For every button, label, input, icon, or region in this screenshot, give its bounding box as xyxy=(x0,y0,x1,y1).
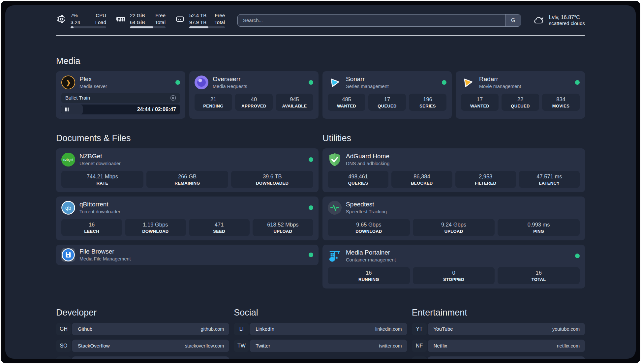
section-title-documents: Documents & Files xyxy=(56,133,319,143)
disk-label-2: Total xyxy=(212,19,225,26)
status-dot xyxy=(309,253,313,257)
service-subtitle: Container management xyxy=(346,257,396,262)
status-dot xyxy=(575,80,580,85)
disk-progress-bar xyxy=(189,26,225,28)
pause-button[interactable] xyxy=(65,107,69,111)
stat-download: 1.19 GbpsDOWNLOAD xyxy=(125,219,186,236)
service-subtitle: Speedtest Tracking xyxy=(346,209,387,214)
plex-now-playing: Bullet Train 24:44 / 02:06:47 xyxy=(61,93,180,114)
playback-time: 24:44 / 02:06:47 xyxy=(137,106,176,112)
stat-available: 945AVAILABLE xyxy=(276,94,313,111)
service-card-plex[interactable]: ❯ Plex Media server Bullet Train xyxy=(56,71,185,119)
ram-total: 64 GiB xyxy=(130,19,149,26)
documents-column: Documents & Files nzbget NZBGet U xyxy=(56,133,319,265)
service-subtitle: Media Requests xyxy=(213,84,247,89)
status-dot xyxy=(175,80,180,85)
weather-widget: Lviv, 16.87°C scattered clouds xyxy=(533,15,585,26)
radarr-icon xyxy=(461,76,475,89)
service-title: AdGuard Home xyxy=(346,153,389,160)
dashboard-panel: 7% 3.24 CPU Load xyxy=(5,5,636,359)
cpu-chip-icon xyxy=(56,14,67,24)
bookmark-linkedin[interactable]: LI LinkedIn linkedin.com xyxy=(234,323,407,335)
weather-condition: scattered clouds xyxy=(549,20,585,26)
service-card-speedtest[interactable]: Speedtest Speedtest Tracking 9.65 GbpsDO… xyxy=(322,197,585,240)
bookmark-dev[interactable]: DT DEV dev.to xyxy=(56,356,229,359)
bookmark-url: twitter.com xyxy=(379,343,402,349)
playback-progress-bar: 24:44 / 02:06:47 xyxy=(61,105,180,114)
status-dot xyxy=(309,157,313,162)
cpu-usage: 7% xyxy=(71,13,90,19)
section-title-utilities: Utilities xyxy=(322,133,585,143)
bookmark-url: github.com xyxy=(200,326,224,332)
disk-monitor: 52.4 TB 97.9 TB Free Total xyxy=(175,13,225,28)
bookmark-abbr: TW xyxy=(234,340,249,352)
stat-upload: 9.24 GbpsUPLOAD xyxy=(413,219,495,236)
service-card-nzbget[interactable]: nzbget NZBGet Usenet downloader 744.21 M… xyxy=(56,148,319,192)
plex-icon: ❯ xyxy=(61,76,75,89)
cpu-progress-bar xyxy=(71,26,106,28)
service-title: Media Portainer xyxy=(346,249,396,256)
search-engine-button[interactable]: G xyxy=(505,15,521,26)
ram-label-2: Total xyxy=(153,19,166,26)
service-subtitle: Movie management xyxy=(479,84,521,89)
bookmark-youtube[interactable]: YT YouTube youtube.com xyxy=(412,323,585,335)
topbar-divider xyxy=(56,35,585,36)
svg-text:qb: qb xyxy=(65,205,71,211)
service-title: File Browser xyxy=(79,248,131,255)
section-title-entertainment: Entertainment xyxy=(412,308,585,318)
stat-seed: 471SEED xyxy=(189,219,250,236)
portainer-icon xyxy=(328,249,342,263)
service-card-adguard[interactable]: AdGuard Home DNS and adblocking 498,461Q… xyxy=(322,148,585,192)
service-card-sonarr[interactable]: Sonarr Series management 485WANTED 17QUE… xyxy=(322,71,452,119)
section-title-media: Media xyxy=(56,56,585,66)
system-monitors: 7% 3.24 CPU Load xyxy=(56,13,225,28)
bookmark-url: youtube.com xyxy=(552,326,580,332)
bookmark-netflix[interactable]: NF Netflix netflix.com xyxy=(412,340,585,352)
service-card-radarr[interactable]: Radarr Movie management 17WANTED 22QUEUE… xyxy=(456,71,585,119)
ram-monitor: 22 GiB 64 GiB Free Total xyxy=(115,13,166,28)
disc-icon xyxy=(170,95,176,101)
bookmark-github[interactable]: GH Github github.com xyxy=(56,323,229,335)
bookmark-stackoverflow[interactable]: SO StackOverflow stackoverflow.com xyxy=(56,340,229,352)
bookmark-name: YouTube xyxy=(434,326,453,332)
ram-icon xyxy=(115,14,126,24)
bookmark-name: Github xyxy=(78,326,92,332)
service-subtitle: DNS and adblocking xyxy=(346,161,389,166)
cpu-monitor: 7% 3.24 CPU Load xyxy=(56,13,106,28)
stat-upload: 618.52 MbpsUPLOAD xyxy=(253,219,313,236)
bookmark-url: stackoverflow.com xyxy=(185,343,224,349)
disk-icon xyxy=(175,14,185,24)
bookmark-abbr: NF xyxy=(412,340,427,352)
search-input[interactable] xyxy=(238,15,505,26)
service-title: Sonarr xyxy=(346,76,389,83)
stat-remaining: 266 GBREMAINING xyxy=(146,171,229,188)
bookmark-url: linkedin.com xyxy=(375,326,402,332)
bookmark-twitter[interactable]: TW Twitter twitter.com xyxy=(234,340,407,352)
service-title: Speedtest xyxy=(346,201,387,208)
bookmark-abbr: GH xyxy=(56,323,71,335)
utilities-column: Utilities AdGuard Home xyxy=(322,133,585,288)
bookmark-group-social: Social LI LinkedIn linkedin.com TW Twitt… xyxy=(234,308,407,359)
bookmark-group-developer: Developer GH Github github.com SO StackO… xyxy=(56,308,229,359)
search-bar: G xyxy=(237,14,521,27)
top-bar: 7% 3.24 CPU Load xyxy=(56,13,585,28)
bookmark-abbr: SO xyxy=(56,340,71,352)
bookmark-name: Netflix xyxy=(434,343,447,349)
bookmark-name: StackOverflow xyxy=(78,343,110,349)
bookmark-abbr: RE xyxy=(412,356,427,359)
service-subtitle: Usenet downloader xyxy=(79,161,121,166)
status-dot xyxy=(309,80,313,85)
ram-progress-bar xyxy=(130,26,166,28)
section-title-developer: Developer xyxy=(56,308,229,318)
service-card-overseerr[interactable]: Overseerr Media Requests 21PENDING 40APP… xyxy=(189,71,319,119)
service-card-portainer[interactable]: Media Portainer Container management 16R… xyxy=(322,245,585,288)
filebrowser-icon xyxy=(61,248,75,262)
bookmark-reddit[interactable]: RE Reddit reddit.com xyxy=(412,356,585,359)
stat-download: 9.65 GbpsDOWNLOAD xyxy=(328,219,410,236)
bookmark-group-entertainment: Entertainment YT YouTube youtube.com NF … xyxy=(412,308,585,359)
stat-latency: 47.571 msLATENCY xyxy=(519,171,580,188)
service-card-filebrowser[interactable]: File Browser Media File Management xyxy=(56,245,319,265)
stat-total: 16TOTAL xyxy=(498,267,580,284)
stat-approved: 40APPROVED xyxy=(235,94,273,111)
service-card-qbittorrent[interactable]: qb qBittorrent Torrent downloader 16LEEC… xyxy=(56,197,319,240)
